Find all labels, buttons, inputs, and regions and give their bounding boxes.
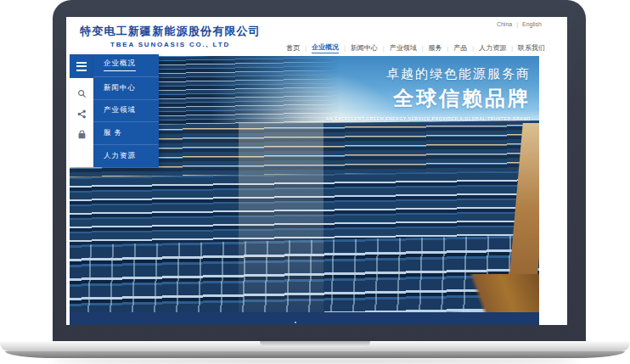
footer-dot [295,322,296,323]
company-name-zh: 特变电工新疆新能源股份有限公司 [80,24,261,39]
lang-separator: | [516,21,518,27]
nav-separator: | [344,45,346,51]
sun-reflection [239,123,323,312]
side-menu-item-news-center[interactable]: 新闻中心 [93,77,159,100]
nav-item-news-center[interactable]: 新闻中心 [351,43,378,53]
side-menu-label: 新闻中心 [104,83,136,93]
hero-title: 全球信赖品牌 [326,85,531,112]
nav-item-contact-us[interactable]: 联系我们 [518,43,545,53]
side-menu-label: 企业概况 [104,59,136,71]
nav-separator: | [383,45,385,51]
company-name-en: TBEA SUNOASIS CO., LTD [80,41,261,48]
share-icon[interactable] [77,109,87,119]
lang-china-link[interactable]: China [497,21,512,27]
nav-item-company-profile[interactable]: 企业概况 [312,42,339,53]
nav-item-human-resources[interactable]: 人力资源 [479,43,506,53]
menu-icon[interactable] [70,54,93,78]
laptop-mockup: China | English 特变电工新疆新能源股份有限公司 TBEA SUN… [0,0,630,364]
nav-separator: | [472,45,474,51]
nav-item-products[interactable]: 产品 [453,43,467,53]
laptop-base-edge [5,351,625,358]
side-icon-rail [70,54,93,167]
site-logo[interactable]: 特变电工新疆新能源股份有限公司 TBEA SUNOASIS CO., LTD [80,24,261,48]
hero-slogan: 卓越的绿色能源服务商 全球信赖品牌 AN EXCELLENT GREEN ENE… [326,66,531,121]
side-menu: 企业概况 新闻中心 产业领域 服 务 人力资源 [93,54,159,167]
side-menu-item-company-profile[interactable]: 企业概况 [93,54,159,77]
side-menu-label: 人力资源 [104,151,136,161]
nav-separator: | [511,45,513,51]
side-menu-item-services[interactable]: 服 务 [93,122,159,145]
nav-item-services[interactable]: 服务 [429,43,442,53]
nav-item-industry-fields[interactable]: 产业领域 [390,43,417,53]
nav-separator: | [447,45,449,51]
nav-separator: | [305,45,307,51]
search-icon[interactable] [77,89,87,98]
language-switcher: China | English [497,21,542,27]
lang-english-link[interactable]: English [522,21,542,27]
side-menu-item-industry-fields[interactable]: 产业领域 [93,100,159,123]
browser-viewport: China | English 特变电工新疆新能源股份有限公司 TBEA SUN… [66,17,567,325]
laptop-shadow [51,359,579,363]
lock-icon[interactable] [77,130,87,139]
nav-item-home[interactable]: 首页 [286,43,300,53]
laptop-base-notch [260,341,370,347]
nav-separator: | [422,45,424,51]
side-menu-item-human-resources[interactable]: 人力资源 [93,145,159,167]
hero-subtitle-small: AN EXCELLENT GREEN ENERGY SERVICE PROVID… [326,116,531,121]
side-menu-label: 产业领域 [104,105,136,115]
hero-tagline: 卓越的绿色能源服务商 [326,66,531,82]
dirt-corner [431,274,539,312]
top-navigation: 首页 | 企业概况 | 新闻中心 | 产业领域 | 服务 | 产品 | 人力资源… [286,42,545,53]
page-footer-strip [70,312,539,325]
side-menu-label: 服 务 [104,128,122,138]
